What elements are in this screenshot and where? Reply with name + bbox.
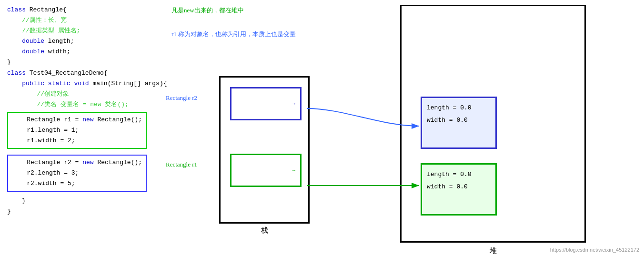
heap-green-length: length = 0.0	[427, 168, 491, 181]
blue-code-box: Rectangle r2 = new Rectangle(); r2.lengt…	[7, 155, 147, 192]
ref-annotation: r1 称为对象名，也称为引用，本质上也是变量	[171, 30, 314, 39]
code-line-7: class Test04_RectangleDemo{	[7, 68, 198, 78]
heap-blue-box: length = 0.0 width = 0.0	[421, 97, 497, 149]
green-code-box: Rectangle r1 = new Rectangle(); r1.lengt…	[7, 112, 147, 149]
heap-blue-length: length = 0.0	[427, 102, 491, 114]
stack-r2-label: Rectangle r2	[166, 94, 197, 102]
stack-label: 栈	[219, 226, 310, 235]
stack-outer-box: → → Rectangle r2 Rectangle r1	[219, 76, 310, 224]
code-line-17: }	[7, 196, 198, 206]
code-line-11: Rectangle r1 = new Rectangle();	[12, 115, 142, 125]
heap-outer-box: length = 0.0 width = 0.0 length = 0.0 wi…	[400, 5, 586, 243]
stack-r2-arrow: →	[292, 101, 295, 107]
heap-green-width: width = 0.0	[427, 181, 491, 193]
code-line-13: r1.width = 2;	[12, 136, 142, 146]
code-line-15: r2.length = 3;	[12, 168, 142, 178]
stack-r1-label: Rectangle r1	[166, 161, 197, 168]
stack-section: → → Rectangle r2 Rectangle r1 栈	[219, 76, 310, 235]
watermark: https://blog.csdn.net/weixin_45122172	[550, 247, 639, 253]
code-line-18: }	[7, 206, 198, 217]
heap-annotation: 凡是new出来的，都在堆中	[171, 5, 314, 16]
heap-blue-width: width = 0.0	[427, 114, 491, 127]
stack-r1-arrow: →	[292, 167, 295, 173]
heap-green-box: length = 0.0 width = 0.0	[421, 163, 497, 216]
code-line-8: public static void main(String[] args){	[7, 78, 198, 89]
code-line-2: //属性：长、宽	[7, 15, 198, 26]
code-line-6: }	[7, 57, 198, 68]
heap-section: length = 0.0 width = 0.0 length = 0.0 wi…	[400, 5, 586, 255]
code-line-14: Rectangle r2 = new Rectangle();	[12, 157, 142, 168]
code-line-1: class Rectangle{	[7, 5, 198, 15]
code-line-3: //数据类型 属性名;	[7, 26, 198, 36]
code-line-12: r1.length = 1;	[12, 125, 142, 136]
code-line-5: double width;	[7, 47, 198, 57]
code-line-16: r2.width = 5;	[12, 178, 142, 189]
stack-r2-box: →	[230, 87, 302, 120]
code-line-4: double length;	[7, 36, 198, 47]
stack-r1-box: →	[230, 154, 302, 187]
annotation-panel: 凡是new出来的，都在堆中 r1 称为对象名，也称为引用，本质上也是变量	[171, 5, 314, 39]
